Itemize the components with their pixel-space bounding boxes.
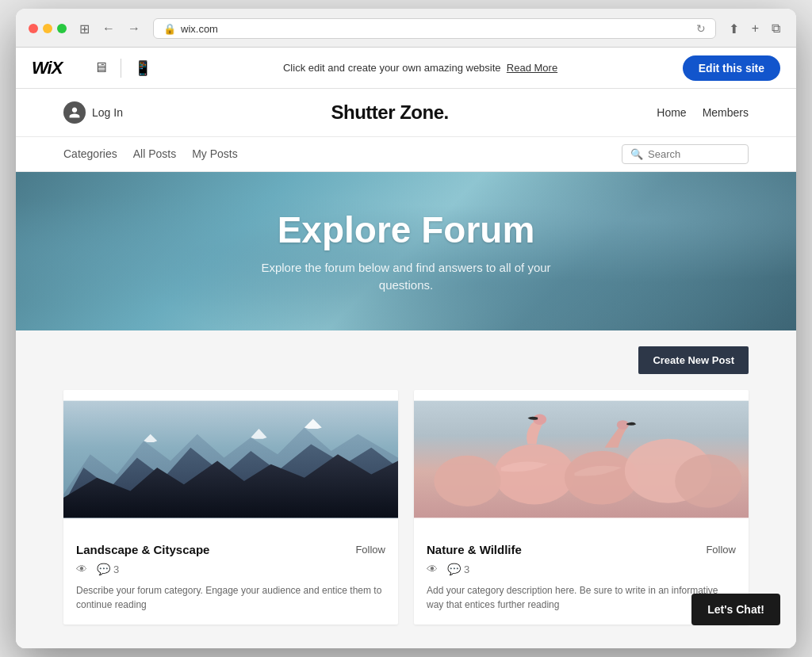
forum-nav: Categories All Posts My Posts 🔍 (16, 137, 796, 172)
wildlife-views: 👁 (427, 563, 438, 575)
landscape-views: 👁 (76, 563, 87, 575)
wildlife-follow-button[interactable]: Follow (706, 544, 736, 556)
back-button[interactable]: ← (99, 20, 118, 37)
url-text: wix.com (181, 23, 218, 35)
forum-posts-area: Create New Post (16, 330, 796, 648)
svg-point-11 (434, 456, 500, 506)
forum-hero: Explore Forum Explore the forum below an… (16, 172, 796, 330)
forum-search[interactable]: 🔍 (622, 144, 749, 164)
minimize-traffic-light[interactable] (43, 24, 52, 33)
new-tab-button[interactable]: + (749, 20, 762, 37)
landscape-card: Landscape & Cityscape Follow 👁 💬 3 (63, 390, 398, 625)
maximize-traffic-light[interactable] (57, 24, 67, 33)
my-posts-link[interactable]: My Posts (192, 138, 238, 171)
eye-icon: 👁 (427, 563, 438, 575)
address-bar[interactable]: 🔒 wix.com ↻ (153, 18, 716, 39)
hero-subtitle: Explore the forum below and find answers… (247, 259, 565, 295)
landscape-image (63, 390, 398, 529)
wildlife-card: Nature & Wildlife Follow 👁 💬 3 (414, 390, 749, 625)
reload-button[interactable]: ↻ (696, 22, 706, 35)
browser-controls: ⊞ ← → (76, 20, 144, 38)
mobile-view-button[interactable]: 📱 (128, 56, 158, 80)
landscape-comments: 💬 3 (97, 563, 119, 575)
landscape-card-title: Landscape & Cityscape (76, 543, 209, 556)
wix-promo-text: Click edit and create your own amazing w… (170, 62, 669, 74)
browser-actions: ⬆ + ⧉ (726, 20, 783, 38)
traffic-lights (29, 24, 67, 33)
eye-icon: 👁 (76, 563, 87, 575)
wildlife-card-title: Nature & Wildlife (427, 543, 522, 556)
desktop-view-button[interactable]: 🖥 (87, 56, 114, 79)
wildlife-description: Add your category description here. Be s… (427, 583, 736, 612)
hero-title: Explore Forum (278, 208, 535, 251)
share-button[interactable]: ⬆ (726, 20, 742, 38)
all-posts-link[interactable]: All Posts (133, 138, 176, 171)
comment-icon: 💬 (447, 563, 461, 575)
wildlife-stats: 👁 💬 3 (427, 563, 736, 575)
device-controls: 🖥 📱 (87, 56, 158, 80)
chat-button[interactable]: Let's Chat! (691, 594, 780, 625)
device-divider (121, 59, 121, 78)
windows-button[interactable]: ⧉ (768, 20, 783, 37)
wildlife-comments: 💬 3 (447, 563, 469, 575)
svg-point-8 (494, 445, 574, 505)
login-link[interactable]: Log In (92, 106, 123, 119)
landscape-card-header: Landscape & Cityscape Follow (76, 543, 385, 556)
comment-icon: 💬 (97, 563, 110, 575)
forum-posts-toolbar: Create New Post (63, 346, 749, 374)
site-content: Log In Shutter Zone. Home Members Catego… (16, 89, 796, 648)
sidebar-toggle-button[interactable]: ⊞ (76, 20, 93, 38)
forum-nav-links: Categories All Posts My Posts (63, 138, 238, 171)
create-post-button[interactable]: Create New Post (638, 346, 749, 374)
wildlife-card-header: Nature & Wildlife Follow (427, 543, 736, 556)
forward-button[interactable]: → (124, 20, 144, 37)
landscape-description: Describe your forum category. Engage you… (76, 583, 385, 612)
svg-point-12 (675, 454, 741, 508)
forum-cards: Landscape & Cityscape Follow 👁 💬 3 (63, 390, 749, 625)
close-traffic-light[interactable] (29, 24, 38, 33)
landscape-card-body: Landscape & Cityscape Follow 👁 💬 3 (63, 532, 398, 625)
nav-members-link[interactable]: Members (703, 106, 749, 119)
landscape-follow-button[interactable]: Follow (355, 544, 385, 556)
site-header: Log In Shutter Zone. Home Members (16, 89, 796, 137)
search-input[interactable] (648, 148, 740, 160)
site-nav-left: Log In (63, 101, 123, 124)
edit-site-button[interactable]: Edit this site (683, 55, 780, 81)
read-more-link[interactable]: Read More (507, 62, 557, 74)
user-avatar (63, 101, 86, 124)
wix-toolbar: WiX 🖥 📱 Click edit and create your own a… (16, 48, 796, 89)
wix-logo: WiX (32, 58, 62, 78)
landscape-stats: 👁 💬 3 (76, 563, 385, 575)
categories-link[interactable]: Categories (63, 138, 117, 171)
site-title: Shutter Zone. (331, 101, 449, 124)
lock-icon: 🔒 (163, 23, 176, 35)
wildlife-image (414, 390, 749, 529)
nav-home-link[interactable]: Home (657, 106, 686, 119)
site-nav-right: Home Members (657, 106, 749, 119)
search-icon: 🔍 (630, 148, 643, 160)
